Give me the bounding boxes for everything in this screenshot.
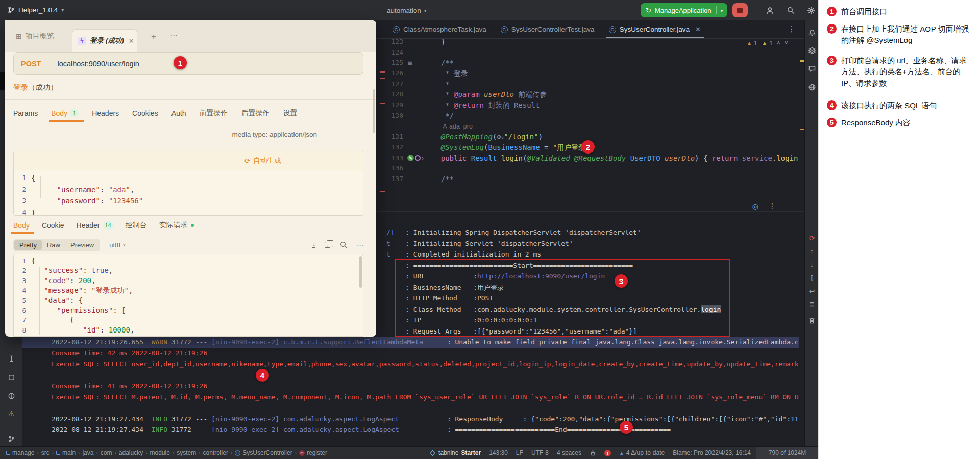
lock-icon[interactable] (590, 450, 596, 456)
breadcrumb-item-module[interactable]: module (150, 449, 170, 456)
response-body-editor[interactable]: 1{2 "success": true,3 "code": 200,4 "mes… (13, 254, 363, 337)
branch-icon[interactable] (7, 434, 16, 443)
rerun-icon[interactable]: ⟳ (807, 234, 816, 242)
close-icon[interactable]: ✕ (695, 26, 701, 33)
globe-icon[interactable] (807, 83, 816, 91)
encoding-selector[interactable]: utf8 ∨ (109, 241, 126, 249)
code-line[interactable]: ada_pro (376, 121, 799, 132)
request-tab-Cookies[interactable]: Cookies (132, 104, 158, 122)
breadcrumb-item-main[interactable]: main (56, 449, 76, 456)
view-mode-Preview[interactable]: Preview (65, 240, 99, 250)
code-line[interactable]: 128 * @param userDto 前端传参 (376, 89, 799, 100)
download-icon[interactable]: ↓ (312, 242, 315, 248)
indent-setting[interactable]: 4 spaces (557, 449, 581, 456)
frame-icon[interactable] (7, 373, 16, 382)
close-icon[interactable]: ✕ (129, 37, 134, 45)
mapping-icon[interactable] (415, 155, 421, 161)
request-tab-后置操作[interactable]: 后置操作 (241, 104, 270, 122)
tabs-more-icon[interactable]: ⋯ (170, 31, 178, 40)
warning-icon[interactable]: ⚠ (7, 409, 16, 418)
stop-button[interactable] (732, 3, 748, 17)
response-tab-Body[interactable]: Body (13, 217, 30, 234)
code-line[interactable]: 124 (376, 47, 799, 58)
breadcrumb-item-controller[interactable]: controller (203, 449, 228, 456)
editor-tab-ClassAtmosphereTask.java[interactable]: CClassAtmosphereTask.java (385, 20, 494, 38)
breadcrumb-item-src[interactable]: src (41, 449, 50, 456)
tab-project-overview[interactable]: ⊞ 项目概览 (16, 32, 54, 41)
request-tab-Params[interactable]: Params (13, 104, 38, 122)
search-icon[interactable] (787, 6, 795, 14)
pin-icon[interactable] (7, 354, 16, 363)
tab-login-request[interactable]: ϟ 登录 (成功) ✕ (72, 29, 137, 52)
run-config-selector[interactable]: automation ▾ (387, 0, 427, 20)
lines-icon[interactable]: ≣ (807, 300, 816, 309)
memory-indicator[interactable]: 790 of 1024M (756, 447, 818, 459)
response-tab-控制台[interactable]: 控制台 (126, 217, 147, 234)
error-stripe-mark[interactable] (800, 60, 804, 62)
spring-bean-icon[interactable] (407, 155, 414, 161)
code-line[interactable]: 136 (376, 163, 799, 174)
fold-icon[interactable]: ≣ (407, 58, 412, 68)
code-line[interactable]: 127 * (376, 79, 799, 90)
autogen-link[interactable]: ⟳ 自动生成 (244, 156, 281, 165)
scroll-end-icon[interactable]: ⇩ (807, 273, 816, 282)
stack-icon[interactable] (807, 46, 816, 55)
down-icon[interactable]: ↓ (807, 260, 816, 269)
response-tab-Header[interactable]: Header14 (77, 217, 113, 234)
more-vert-icon[interactable]: ⋮ (769, 202, 776, 210)
editor-tab-SysUserController.java[interactable]: CSysUserController.java✕ (602, 20, 708, 38)
minimize-icon[interactable]: — (786, 202, 793, 210)
breadcrumb-item-java[interactable]: java (82, 449, 93, 456)
blame-info[interactable]: Blame: Pro 2022/4/23, 16:14 (673, 449, 751, 456)
copy-icon[interactable] (325, 242, 330, 248)
editor-tab-SysUserControllerTest.java[interactable]: CSysUserControllerTest.java (494, 20, 602, 38)
code-line[interactable]: 137 /** (376, 174, 799, 185)
code-line[interactable]: 133› public Result login(@Validated @Req… (376, 153, 799, 164)
line-ending[interactable]: LF (516, 449, 523, 456)
new-tab-button[interactable]: + (151, 32, 156, 42)
request-tab-前置操作[interactable]: 前置操作 (199, 104, 228, 122)
prev-problem-icon[interactable]: ˄ (777, 40, 780, 47)
request-tab-Auth[interactable]: Auth (172, 104, 186, 122)
comment-icon[interactable] (807, 64, 816, 73)
bell-icon[interactable] (807, 28, 816, 36)
clear-icon[interactable] (807, 316, 816, 325)
breadcrumb-item-manage[interactable]: manage (6, 449, 34, 456)
response-tab-Cookie[interactable]: Cookie (42, 217, 64, 234)
next-problem-icon[interactable]: ˅ (785, 40, 788, 47)
request-tab-设置[interactable]: 设置 (283, 104, 297, 122)
code-line[interactable]: 129 * @return 封装的 Result (376, 100, 799, 111)
target-icon[interactable]: ◎ (752, 202, 758, 210)
breadcrumb-item-SysUserController[interactable]: CSysUserController (235, 449, 292, 456)
code-line[interactable]: 130 */ (376, 111, 799, 121)
code-line[interactable]: 126 * 登录 (376, 68, 799, 79)
settings-icon[interactable] (807, 6, 816, 15)
request-tab-Body[interactable]: Body1 (51, 104, 79, 122)
code-line[interactable]: 123 } (376, 37, 799, 47)
request-tab-Headers[interactable]: Headers (92, 104, 119, 122)
search-icon[interactable] (339, 241, 348, 249)
more-icon[interactable]: ⋯ (357, 241, 363, 249)
error-stripe-mark[interactable] (800, 129, 804, 130)
breadcrumb-item-adalucky[interactable]: adalucky (119, 449, 143, 456)
scrollbar-thumb[interactable] (359, 256, 362, 288)
view-mode-Raw[interactable]: Raw (42, 240, 65, 250)
user-icon[interactable] (766, 6, 774, 15)
file-encoding[interactable]: UTF-8 (531, 449, 549, 456)
soft-wrap-icon[interactable]: ↩ (807, 287, 816, 295)
scrollbar-thumb[interactable] (373, 89, 375, 133)
up-icon[interactable]: ↑ (807, 247, 816, 256)
code-line[interactable]: 125≣ /** (376, 58, 799, 68)
breadcrumb-item-system[interactable]: system (177, 449, 196, 456)
author-inlay-hint[interactable]: ada_pro (442, 121, 799, 132)
error-indicator[interactable]: ! (604, 450, 611, 456)
inspection-widget[interactable]: ▲ 1 ▲ 1 ˄ ˅ (746, 40, 788, 47)
project-widget[interactable]: Helper_1.0.4 ▾ (7, 6, 64, 14)
code-editor[interactable]: 123 }124125≣ /**126 * 登录127 *128 * @para… (376, 37, 799, 190)
breadcrumb-item-com[interactable]: com (101, 449, 112, 456)
tabnine-widget[interactable]: tabnineStarter (429, 449, 481, 456)
request-url-bar[interactable]: POST localhost:9090/user/login (13, 52, 363, 75)
editor-tabs-more-icon[interactable]: ⋮ (788, 24, 795, 34)
caret-position[interactable]: 143:30 (489, 449, 508, 456)
request-body-editor[interactable]: ⟳ 自动生成 1{2 "username": "ada",3 "password… (13, 151, 363, 216)
